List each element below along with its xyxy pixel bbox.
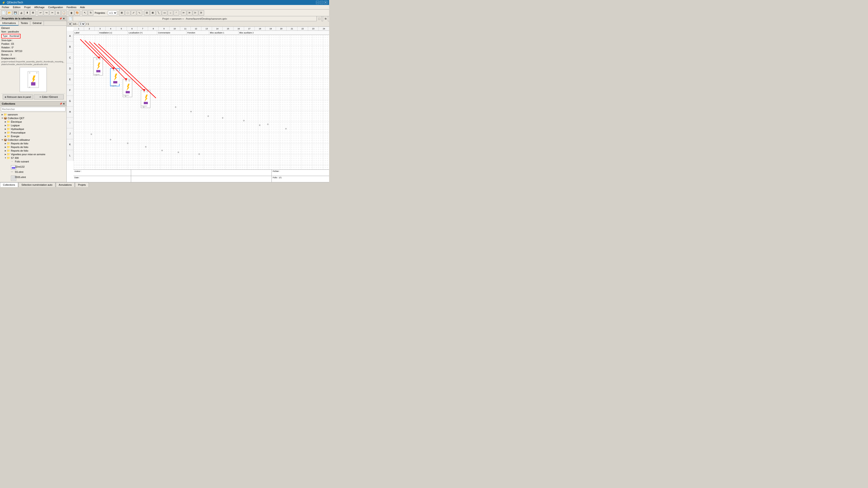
poignees-select[interactable]: x 1x 2x 4 — [108, 11, 117, 15]
redo-button[interactable]: ↪ — [43, 10, 49, 15]
tree-item-collection-qet[interactable]: ▼ 📦 Collection QET — [0, 116, 66, 120]
export-button[interactable]: ⬆ — [24, 10, 30, 15]
component-4[interactable]: Parafoudre — [141, 90, 150, 108]
align-center-button[interactable]: ⊫ — [187, 10, 192, 15]
rect-button[interactable]: ▭ — [162, 10, 167, 15]
save-button[interactable]: 💾 — [13, 10, 18, 15]
tree-item-energie[interactable]: ▶ 📁 Énergie — [0, 134, 66, 138]
footer-mid-top — [131, 170, 272, 176]
select-button[interactable]: ↖ — [82, 10, 88, 15]
align-left-button[interactable]: ⊨ — [181, 10, 186, 15]
erase-button[interactable]: ◌ — [125, 10, 130, 15]
component-3[interactable]: Parafoudre — [123, 79, 132, 97]
move-button[interactable]: ⤢ — [131, 10, 136, 15]
color-button[interactable]: 🎨 — [74, 10, 80, 15]
tree-item-32mt132[interactable]: ▶ 32mt132 — [0, 163, 66, 170]
tab-selection-numerotation[interactable]: Sélection numérotation auto — [19, 182, 55, 187]
undo-button[interactable]: ↩ — [38, 10, 43, 15]
tree-item-sansnom[interactable]: ▶ 📁 sansnom — [0, 113, 66, 116]
tree-item-electrique[interactable]: ▶ 📁 Électrique — [0, 120, 66, 124]
tree-item-reports-1[interactable]: ▶ 📁 Reports de folio — [0, 142, 66, 145]
retrouver-button[interactable]: ⊕ Retrouver dans le panel — [3, 94, 33, 99]
footer-date: Date : — [73, 176, 131, 182]
tree-item-hydraulique[interactable]: ▶ 📁 Hydraulique — [0, 127, 66, 131]
page-indicator: 1/1 - — [73, 23, 78, 25]
tree-item-reports-2[interactable]: ▶ 📁 Reports de folio — [0, 145, 66, 149]
row-H: H — [67, 107, 73, 118]
zoom-button[interactable]: ⤡ — [137, 10, 142, 15]
paste-button[interactable]: 📋 — [61, 10, 67, 15]
tab-informations[interactable]: Informations — [0, 21, 19, 26]
new-button[interactable]: 📄 — [1, 10, 6, 15]
schema-canvas[interactable]: 1 2 3 4 5 6 7 8 9 10 11 12 13 14 15 16 1… — [67, 27, 329, 182]
footer-auteur: Auteur : — [73, 170, 131, 176]
copy-button[interactable]: ⎘ — [55, 10, 61, 15]
tree-item-vignettes[interactable]: ▶ 📁 Vignettes pour mise en armoire — [0, 153, 66, 156]
tab-general[interactable]: Général — [30, 21, 44, 26]
editer-button[interactable]: ✏ Éditer l'Élément — [34, 94, 64, 99]
page-select[interactable]: 1 — [79, 22, 85, 26]
circle-button[interactable]: ○ — [168, 10, 173, 15]
line-button[interactable]: ╲ — [156, 10, 161, 15]
tab-projets[interactable]: Projets — [75, 182, 89, 187]
component-2-selected[interactable]: Parafoudre — [110, 68, 120, 86]
label-5s: 5S.elmt — [15, 170, 66, 173]
collections-title: Collections — [2, 102, 15, 105]
type-highlight: Type : thumbnail — [1, 34, 21, 38]
menu-projet[interactable]: Projet — [22, 5, 33, 9]
tab-textes[interactable]: Textes — [19, 21, 31, 26]
tree-item-tsu200[interactable]: ▶ tsu200 — [0, 181, 66, 182]
tree-item-reports-3[interactable]: ▶ 📁 Reports de folio — [0, 149, 66, 153]
properties-close-icon[interactable]: ✕ — [63, 18, 65, 20]
tree-item-5555[interactable]: ▶ 5555.elmt — [0, 174, 66, 181]
menu-fenetres[interactable]: Fenêtres — [65, 5, 78, 9]
wire-button[interactable]: ⊠ — [150, 10, 156, 15]
minimize-button[interactable]: — — [316, 1, 319, 4]
menu-fichier[interactable]: Fichier — [0, 5, 11, 9]
settings-button[interactable]: ⚙ — [30, 10, 36, 15]
cut-button[interactable]: ✂ — [50, 10, 55, 15]
open-button[interactable]: 📂 — [7, 10, 12, 15]
col-17: 17 — [244, 27, 255, 31]
tree-item-s7300[interactable]: ▼ 📁 S7 300 — [0, 156, 66, 160]
tree-item-folio-suivant[interactable]: ▶ → Folio suivant — [0, 160, 66, 163]
connector-button[interactable]: ⊟ — [144, 10, 150, 15]
expand-button[interactable]: ⬚ — [316, 16, 322, 22]
maximize-button[interactable]: □ — [320, 1, 323, 4]
menu-edition[interactable]: Édition — [11, 5, 22, 9]
detach-button[interactable]: ⧉ — [323, 16, 328, 22]
tab-annulations[interactable]: Annulations — [56, 182, 75, 187]
rotate-button[interactable]: ↻ — [88, 10, 93, 15]
arc-button[interactable]: ◜ — [174, 10, 179, 15]
main-grid[interactable]: Parafoudre Parafoudre — [73, 35, 329, 169]
folder-reports-2-icon: 📁 — [7, 145, 10, 149]
component-1[interactable]: Parafoudre — [93, 57, 103, 75]
distribute-button[interactable]: ⊪ — [199, 10, 204, 15]
nav-back-button[interactable]: ◄ — [68, 22, 72, 26]
collections-pin-icon[interactable]: 📌 — [59, 103, 62, 105]
menu-aide[interactable]: Aide — [78, 5, 87, 9]
tree-item-collection-utilisateur[interactable]: ▼ 📦 Collection utilisateur — [0, 138, 66, 142]
folder-vignettes-icon: 📁 — [7, 153, 10, 156]
folder-logique-icon: 📁 — [7, 124, 10, 127]
properties-pin-icon[interactable]: 📌 — [59, 18, 62, 20]
prop-bornes: Bornes : 3 — [1, 53, 65, 57]
print-button[interactable]: 🖨 — [19, 10, 24, 15]
tree-item-logique[interactable]: ▶ 📁 Logique — [0, 124, 66, 127]
folio-suivant-icon: → — [11, 160, 14, 163]
tree-item-5s[interactable]: ▶ — 5S.elmt — [0, 170, 66, 174]
prop-emplacement-value: project+embed://import/99_assembly_plan/… — [1, 61, 65, 66]
menu-configuration[interactable]: Configuration — [46, 5, 65, 9]
label-pneumatique: Pneumatique — [11, 131, 66, 134]
delete-button[interactable]: 🗑 — [69, 10, 74, 15]
tree-item-pneumatique[interactable]: ▶ 📁 Pneumatique — [0, 131, 66, 134]
grid-button[interactable]: ⊞ — [119, 10, 125, 15]
tab-collections[interactable]: Collections — [0, 182, 18, 187]
close-button[interactable]: ✕ — [324, 1, 327, 4]
align-right-button[interactable]: ⊩ — [193, 10, 198, 15]
window-controls[interactable]: — □ ✕ — [316, 1, 327, 4]
tree-view: ▶ 📁 sansnom ▼ 📦 Collection QET ▶ 📁 Élect… — [0, 112, 66, 182]
collections-close-icon[interactable]: ✕ — [63, 103, 65, 105]
search-input[interactable] — [1, 107, 66, 111]
menu-affichage[interactable]: Affichage — [32, 5, 46, 9]
